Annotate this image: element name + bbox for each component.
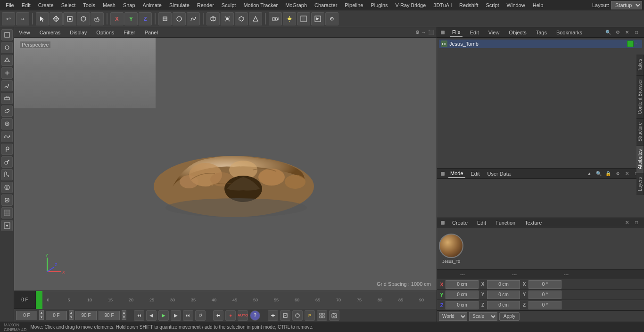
- pb-motion-key[interactable]: [268, 310, 278, 321]
- left-tool-8[interactable]: [1, 118, 13, 130]
- pb-step-fwd[interactable]: ▶: [171, 310, 181, 321]
- playback-end-frame2[interactable]: [99, 311, 120, 320]
- menu-select[interactable]: Select: [58, 1, 80, 9]
- attr-tab-edit[interactable]: Edit: [469, 170, 482, 178]
- objects-search-icon[interactable]: 🔍: [604, 29, 612, 36]
- menu-redshift[interactable]: Redshift: [455, 1, 482, 9]
- menu-simulate[interactable]: Simulate: [165, 1, 193, 9]
- tab-takes[interactable]: Takes: [636, 55, 644, 75]
- menu-3dtoall[interactable]: 3DTuAll: [429, 1, 455, 9]
- objects-maximize-icon[interactable]: □: [633, 29, 640, 36]
- viewport-3d[interactable]: Perspective Grid Spacing : 1000 cm X Y Z: [14, 38, 437, 291]
- objects-tab-objects[interactable]: Objects: [507, 29, 528, 36]
- attr-settings-icon[interactable]: ⚙: [614, 170, 621, 178]
- menu-mesh[interactable]: Mesh: [99, 1, 119, 9]
- coord-z-rot[interactable]: [528, 301, 561, 309]
- tab-structure[interactable]: Structure: [636, 118, 644, 146]
- object-row-jesus-tomb[interactable]: L0 Jesus_Tomb ·: [439, 40, 642, 48]
- left-tool-2[interactable]: [1, 42, 13, 53]
- pb-loop2[interactable]: [292, 310, 303, 321]
- menu-edit[interactable]: Edit: [18, 1, 34, 9]
- mat-menu-function[interactable]: Function: [494, 219, 517, 227]
- z-axis-button[interactable]: Z: [139, 12, 152, 25]
- render-button[interactable]: [311, 12, 324, 25]
- polygon-tool[interactable]: [235, 12, 248, 25]
- coord-x-size[interactable]: [487, 280, 520, 289]
- coord-y-size[interactable]: [487, 291, 520, 299]
- light-button[interactable]: [283, 12, 296, 25]
- objects-tab-bookmarks[interactable]: Bookmarks: [554, 29, 584, 36]
- left-tool-4[interactable]: [1, 67, 13, 79]
- viewport-icon-2[interactable]: ↔: [421, 30, 426, 35]
- point-tool[interactable]: [221, 12, 234, 25]
- left-tool-14[interactable]: [1, 194, 13, 206]
- menu-file[interactable]: File: [2, 1, 18, 9]
- attr-up-icon[interactable]: ▲: [586, 170, 593, 178]
- mat-menu-texture[interactable]: Texture: [523, 219, 544, 227]
- pb-grid[interactable]: [317, 310, 327, 321]
- pb-loop[interactable]: ↺: [195, 310, 206, 321]
- rotate-tool[interactable]: [77, 12, 90, 25]
- menu-window[interactable]: Window: [503, 1, 529, 9]
- coord-x-rot[interactable]: [528, 280, 561, 289]
- coord-x-pos[interactable]: [446, 280, 479, 289]
- tab-content-browser[interactable]: Content Browser: [636, 75, 644, 118]
- attributes-drag-handle[interactable]: [441, 172, 445, 176]
- tab-attributes[interactable]: Attributes: [636, 145, 644, 173]
- viewport-cameras-menu[interactable]: Cameras: [38, 29, 63, 36]
- world-dropdown[interactable]: World Object: [439, 312, 467, 321]
- layout-select[interactable]: Startup: [611, 1, 642, 9]
- menu-animate[interactable]: Animate: [139, 1, 165, 9]
- objects-drag-handle[interactable]: [441, 31, 445, 34]
- menu-sculpt[interactable]: Sculpt: [218, 1, 240, 9]
- timeline-ruler-area[interactable]: 0 5 10 15 20 25 30 35 40 45 50 55 60 65 …: [36, 291, 437, 309]
- left-tool-10[interactable]: [1, 144, 13, 155]
- objects-tab-view[interactable]: View: [487, 29, 502, 36]
- playback-current-down[interactable]: ▼: [69, 315, 74, 320]
- x-axis-button[interactable]: X: [110, 12, 124, 25]
- apply-button[interactable]: Apply: [499, 312, 520, 321]
- objects-settings-icon[interactable]: ⚙: [614, 29, 621, 36]
- playback-end-frame1[interactable]: [75, 311, 97, 320]
- menu-plugins[interactable]: Plugins: [367, 1, 391, 9]
- objects-close-icon[interactable]: ✕: [623, 29, 631, 36]
- material-drag-handle[interactable]: [441, 221, 445, 225]
- pb-preview[interactable]: P: [305, 310, 315, 321]
- pb-tangent[interactable]: [280, 310, 290, 321]
- viewport-icon-1[interactable]: ⚙: [415, 30, 420, 35]
- undo-button[interactable]: ↩: [2, 12, 15, 25]
- menu-vray[interactable]: V-Ray Bridge: [392, 1, 430, 9]
- playback-current-frame[interactable]: [46, 311, 67, 320]
- primitive-button[interactable]: [173, 12, 186, 25]
- pb-step-back[interactable]: ◀: [146, 310, 157, 321]
- viewport-icon-3[interactable]: ⬛: [428, 30, 434, 35]
- menu-tools[interactable]: Tools: [79, 1, 99, 9]
- left-tool-16[interactable]: [1, 220, 13, 231]
- playback-start-up[interactable]: ▲: [39, 310, 44, 315]
- cube-button[interactable]: [206, 12, 220, 25]
- select-tool[interactable]: [36, 12, 49, 25]
- viewport-options-menu[interactable]: Options: [94, 29, 116, 36]
- mat-menu-create[interactable]: Create: [450, 219, 470, 227]
- playback-end-down[interactable]: ▼: [122, 315, 126, 320]
- pb-play[interactable]: ▶: [158, 310, 169, 321]
- render-settings-button[interactable]: [325, 12, 339, 25]
- scale-dropdown[interactable]: Scale: [469, 312, 497, 321]
- left-tool-6[interactable]: [1, 93, 13, 104]
- viewport-view-menu[interactable]: View: [17, 29, 32, 36]
- pb-auto[interactable]: AUTO: [238, 310, 248, 321]
- left-tool-7[interactable]: [1, 105, 13, 117]
- menu-snap[interactable]: Snap: [119, 1, 139, 9]
- attr-tab-mode[interactable]: Mode: [448, 170, 465, 178]
- attr-tab-user-data[interactable]: User Data: [486, 170, 513, 178]
- viewport-display-menu[interactable]: Display: [68, 29, 89, 36]
- objects-tab-tags[interactable]: Tags: [534, 29, 549, 36]
- scale-tool[interactable]: [63, 12, 76, 25]
- menu-character[interactable]: Character: [311, 1, 341, 9]
- pb-snapshot[interactable]: [329, 310, 339, 321]
- pb-move-key[interactable]: [213, 310, 223, 321]
- material-item-jesus-tomb[interactable]: Jesus_To: [439, 234, 463, 264]
- redo-button[interactable]: ↩: [16, 12, 29, 25]
- menu-render[interactable]: Render: [193, 1, 218, 9]
- menu-script[interactable]: Script: [482, 1, 503, 9]
